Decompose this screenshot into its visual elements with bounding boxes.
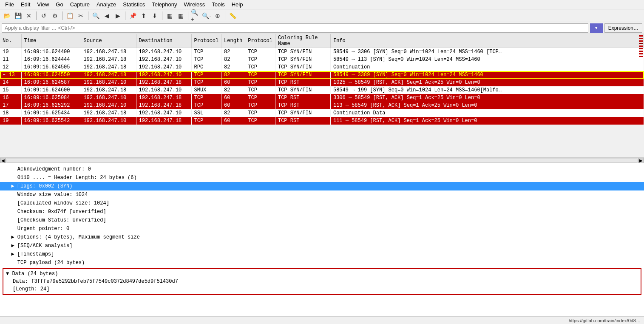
- detail-data-header[interactable]: ▼ Data (24 bytes): [6, 270, 638, 278]
- expression-button[interactable]: Expression…: [604, 23, 642, 33]
- lower-section: Acknowledgment number: 0 0110 .... = Hea…: [0, 163, 644, 324]
- table-cell: 192.168.247.10: [136, 71, 191, 79]
- table-cell: 192.168.247.18: [136, 102, 191, 109]
- ind-red-6: [639, 51, 643, 52]
- tb-zoom-fit[interactable]: ⊕: [213, 11, 223, 21]
- col-no: No.: [0, 34, 21, 48]
- ind-red-8: [639, 56, 643, 57]
- table-cell: TCP SYN/FIN: [275, 86, 330, 94]
- table-cell: 192.168.247.18: [136, 94, 191, 102]
- tb-sep5: [162, 11, 162, 20]
- tb-ruler[interactable]: 📏: [227, 11, 238, 21]
- menu-file[interactable]: File: [2, 0, 17, 9]
- table-row[interactable]: 1016:09:16.624400192.168.247.18192.168.2…: [0, 48, 644, 56]
- table-row[interactable]: 1816:09:16.625434192.168.247.18192.168.2…: [0, 109, 644, 117]
- tb-pin[interactable]: 📌: [128, 11, 138, 21]
- tb-sep6: [188, 11, 188, 20]
- menu-go[interactable]: Go: [52, 0, 66, 9]
- table-cell: 192.168.247.10: [136, 48, 191, 56]
- tb-find[interactable]: 🔍: [91, 11, 101, 21]
- menu-wireless[interactable]: Wireless: [180, 0, 208, 9]
- col-proto: Protocol: [191, 34, 221, 48]
- ind-dark-1: [639, 43, 643, 44]
- table-cell: TCP: [245, 102, 275, 109]
- table-cell: 82: [221, 109, 245, 117]
- scroll-left-btn[interactable]: ◀: [0, 158, 6, 164]
- table-cell: SSL: [191, 109, 221, 117]
- table-row[interactable]: 1616:09:16.625084192.168.247.10192.168.2…: [0, 94, 644, 102]
- table-cell: 14: [0, 79, 21, 86]
- table-cell: 82: [221, 63, 245, 71]
- col-time: Time: [21, 34, 81, 48]
- table-cell: TCP: [245, 94, 275, 102]
- table-cell: 60: [221, 79, 245, 86]
- tb-settings[interactable]: ⚙: [50, 11, 60, 21]
- menu-telephony[interactable]: Telephony: [148, 0, 180, 9]
- tb-zoom-in[interactable]: 🔍+: [190, 11, 201, 21]
- detail-header-len: 0110 .... = Header Length: 24 bytes (6): [0, 173, 644, 182]
- table-cell: 192.168.247.18: [81, 48, 136, 56]
- table-row[interactable]: 1716:09:16.625292192.168.247.10192.168.2…: [0, 102, 644, 109]
- table-row[interactable]: 1916:09:16.625542192.168.247.10192.168.2…: [0, 117, 644, 125]
- menu-help[interactable]: Help: [228, 0, 247, 9]
- tb-zoom-out[interactable]: 🔍-: [201, 11, 212, 21]
- bottom-bar: https://gitlab.com/train/index/0d8…: [0, 316, 644, 324]
- table-cell: 16:09:16.625084: [21, 94, 81, 102]
- tb-down[interactable]: ⬇: [150, 11, 160, 21]
- table-cell: TCP: [191, 71, 221, 79]
- col-dst: Destination: [136, 34, 191, 48]
- table-cell: TCP SYN/FIN: [275, 71, 330, 79]
- table-cell: 192.168.247.18: [136, 79, 191, 86]
- menu-analyze[interactable]: Analyze: [93, 0, 119, 9]
- detail-tcp-payload: TCP payload (24 bytes): [0, 259, 644, 267]
- detail-flags[interactable]: ▶ Flags: 0x002 (SYN): [0, 182, 644, 190]
- right-color-indicators: [638, 34, 644, 157]
- table-cell: 10: [0, 48, 21, 56]
- table-cell: 192.168.247.18: [81, 71, 136, 79]
- table-cell: 58549 → 3389 [SYN] Seq=0 Win=1024 Len=24…: [330, 71, 644, 79]
- table-row[interactable]: 1116:09:16.624444192.168.247.18192.168.2…: [0, 56, 644, 63]
- table-cell: TCP: [245, 117, 275, 125]
- tb-close[interactable]: ✕: [24, 11, 34, 21]
- scroll-right-btn[interactable]: ▶: [638, 158, 644, 164]
- filter-dropdown-button[interactable]: ▼: [590, 23, 603, 33]
- table-row[interactable]: 1416:09:16.624587192.168.247.10192.168.2…: [0, 79, 644, 86]
- table-cell: 16:09:16.624400: [21, 48, 81, 56]
- menu-edit[interactable]: Edit: [17, 0, 34, 9]
- tb-up[interactable]: ⬆: [139, 11, 149, 21]
- tb-copy[interactable]: 📋: [65, 11, 75, 21]
- table-row[interactable]: – 1316:09:16.624550192.168.247.18192.168…: [0, 71, 644, 79]
- scroll-track[interactable]: [7, 159, 637, 163]
- tb-reload[interactable]: ↺: [39, 11, 49, 21]
- table-cell: 58549 → 199 [SYN] Seq=0 Win=1024 Len=24 …: [330, 86, 644, 94]
- tb-chart2[interactable]: ▦: [176, 11, 186, 21]
- table-cell: 16:09:16.624505: [21, 63, 81, 71]
- detail-timestamps[interactable]: ▶ [Timestamps]: [0, 250, 644, 259]
- detail-options[interactable]: ▶ Options: (4 bytes), Maximum segment si…: [0, 233, 644, 242]
- table-cell: 192.168.247.10: [136, 109, 191, 117]
- filter-input[interactable]: [2, 23, 588, 33]
- detail-seq-ack[interactable]: ▶ [SEQ/ACK analysis]: [0, 242, 644, 250]
- tb-open[interactable]: 📂: [2, 11, 12, 21]
- table-row[interactable]: 1516:09:16.624600192.168.247.18192.168.2…: [0, 86, 644, 94]
- col-proto2: Protocol: [245, 34, 275, 48]
- table-row[interactable]: 1216:09:16.624505192.168.247.18192.168.2…: [0, 63, 644, 71]
- table-cell: 192.168.247.10: [81, 79, 136, 86]
- tb-chart1[interactable]: ▦: [165, 11, 175, 21]
- menu-statistics[interactable]: Statistics: [119, 0, 148, 9]
- status-url: https://gitlab.com/train/index/0d8…: [569, 318, 641, 323]
- col-info: Info: [330, 34, 644, 48]
- ind-red-2: [639, 38, 643, 39]
- tb-cut[interactable]: ✂: [76, 11, 86, 21]
- horizontal-scrollbar[interactable]: ◀ ▶: [0, 157, 644, 163]
- tb-save[interactable]: 💾: [13, 11, 23, 21]
- table-cell: TCP: [245, 48, 275, 56]
- tb-back[interactable]: ◀: [102, 11, 112, 21]
- menu-tools[interactable]: Tools: [208, 0, 228, 9]
- menu-view[interactable]: View: [34, 0, 52, 9]
- menu-capture[interactable]: Capture: [67, 0, 93, 9]
- tb-forward[interactable]: ▶: [113, 11, 123, 21]
- table-cell: TCP RST: [275, 102, 330, 109]
- table-cell: 1025 → 58549 [RST, ACK] Seq=1 Ack=25 Win…: [330, 79, 644, 86]
- table-cell: 82: [221, 48, 245, 56]
